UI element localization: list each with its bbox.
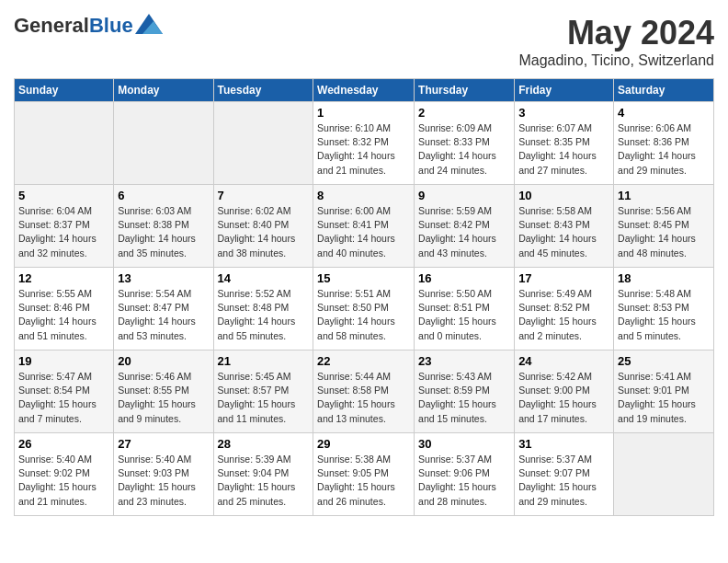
day-info: Sunrise: 5:48 AM Sunset: 8:53 PM Dayligh… <box>618 287 710 343</box>
day-info: Sunrise: 5:49 AM Sunset: 8:52 PM Dayligh… <box>518 287 609 343</box>
day-number: 18 <box>618 271 710 285</box>
calendar-cell <box>213 102 313 185</box>
calendar-header: SundayMondayTuesdayWednesdayThursdayFrid… <box>15 79 714 102</box>
calendar-cell: 28Sunrise: 5:39 AM Sunset: 9:04 PM Dayli… <box>213 433 313 516</box>
day-number: 20 <box>118 354 209 368</box>
day-info: Sunrise: 5:46 AM Sunset: 8:55 PM Dayligh… <box>118 370 209 426</box>
header-row: SundayMondayTuesdayWednesdayThursdayFrid… <box>15 79 714 102</box>
calendar-cell: 17Sunrise: 5:49 AM Sunset: 8:52 PM Dayli… <box>515 268 614 350</box>
title-block: May 2024 Magadino, Ticino, Switzerland <box>518 14 714 69</box>
calendar-cell: 31Sunrise: 5:37 AM Sunset: 9:07 PM Dayli… <box>515 433 614 516</box>
calendar-cell: 14Sunrise: 5:52 AM Sunset: 8:48 PM Dayli… <box>213 268 313 350</box>
day-number: 31 <box>518 437 609 451</box>
calendar-cell: 10Sunrise: 5:58 AM Sunset: 8:43 PM Dayli… <box>515 185 614 268</box>
day-number: 16 <box>418 271 510 285</box>
week-row-1: 5Sunrise: 6:04 AM Sunset: 8:37 PM Daylig… <box>15 185 714 268</box>
calendar-cell: 1Sunrise: 6:10 AM Sunset: 8:32 PM Daylig… <box>313 102 415 185</box>
day-info: Sunrise: 6:02 AM Sunset: 8:40 PM Dayligh… <box>218 204 310 260</box>
day-number: 27 <box>118 437 209 451</box>
day-number: 3 <box>518 106 609 120</box>
day-number: 23 <box>418 354 510 368</box>
day-number: 7 <box>218 189 310 202</box>
day-info: Sunrise: 5:55 AM Sunset: 8:46 PM Dayligh… <box>18 287 109 343</box>
day-number: 19 <box>18 354 109 368</box>
day-info: Sunrise: 5:37 AM Sunset: 9:06 PM Dayligh… <box>418 453 510 509</box>
day-number: 5 <box>18 189 109 202</box>
day-info: Sunrise: 5:38 AM Sunset: 9:05 PM Dayligh… <box>317 453 410 509</box>
header-cell-tuesday: Tuesday <box>213 79 313 102</box>
day-info: Sunrise: 5:59 AM Sunset: 8:42 PM Dayligh… <box>418 204 510 260</box>
calendar-cell: 25Sunrise: 5:41 AM Sunset: 9:01 PM Dayli… <box>614 350 714 433</box>
calendar-cell: 4Sunrise: 6:06 AM Sunset: 8:36 PM Daylig… <box>614 102 714 185</box>
calendar-cell: 18Sunrise: 5:48 AM Sunset: 8:53 PM Dayli… <box>614 268 714 350</box>
day-info: Sunrise: 5:37 AM Sunset: 9:07 PM Dayligh… <box>518 453 609 509</box>
day-info: Sunrise: 5:45 AM Sunset: 8:57 PM Dayligh… <box>218 370 310 426</box>
calendar-body: 1Sunrise: 6:10 AM Sunset: 8:32 PM Daylig… <box>15 102 714 516</box>
header-cell-wednesday: Wednesday <box>313 79 415 102</box>
calendar-cell: 27Sunrise: 5:40 AM Sunset: 9:03 PM Dayli… <box>114 433 213 516</box>
day-number: 15 <box>317 271 410 285</box>
day-number: 8 <box>317 189 410 202</box>
day-number: 29 <box>317 437 410 451</box>
calendar-cell: 3Sunrise: 6:07 AM Sunset: 8:35 PM Daylig… <box>515 102 614 185</box>
day-info: Sunrise: 6:04 AM Sunset: 8:37 PM Dayligh… <box>18 204 109 260</box>
day-info: Sunrise: 5:56 AM Sunset: 8:45 PM Dayligh… <box>618 204 710 260</box>
day-info: Sunrise: 6:06 AM Sunset: 8:36 PM Dayligh… <box>618 121 710 178</box>
calendar-cell: 15Sunrise: 5:51 AM Sunset: 8:50 PM Dayli… <box>313 268 415 350</box>
day-number: 13 <box>118 271 209 285</box>
header-cell-thursday: Thursday <box>415 79 515 102</box>
week-row-0: 1Sunrise: 6:10 AM Sunset: 8:32 PM Daylig… <box>15 102 714 185</box>
calendar-table: SundayMondayTuesdayWednesdayThursdayFrid… <box>14 78 714 516</box>
day-info: Sunrise: 6:10 AM Sunset: 8:32 PM Dayligh… <box>317 121 410 178</box>
day-number: 26 <box>18 437 109 451</box>
header-cell-friday: Friday <box>515 79 614 102</box>
header-cell-saturday: Saturday <box>614 79 714 102</box>
day-number: 2 <box>418 106 510 120</box>
page-header: GeneralBlue May 2024 Magadino, Ticino, S… <box>14 14 714 69</box>
day-number: 14 <box>218 271 310 285</box>
calendar-cell <box>15 102 114 185</box>
calendar-cell: 22Sunrise: 5:44 AM Sunset: 8:58 PM Dayli… <box>313 350 415 433</box>
logo-blue-text: Blue <box>89 14 133 37</box>
day-info: Sunrise: 5:54 AM Sunset: 8:47 PM Dayligh… <box>118 287 209 343</box>
calendar-cell: 16Sunrise: 5:50 AM Sunset: 8:51 PM Dayli… <box>415 268 515 350</box>
day-number: 24 <box>518 354 609 368</box>
calendar-cell: 8Sunrise: 6:00 AM Sunset: 8:41 PM Daylig… <box>313 185 415 268</box>
day-info: Sunrise: 5:41 AM Sunset: 9:01 PM Dayligh… <box>618 370 710 426</box>
day-number: 30 <box>418 437 510 451</box>
day-number: 28 <box>218 437 310 451</box>
day-info: Sunrise: 5:43 AM Sunset: 8:59 PM Dayligh… <box>418 370 510 426</box>
day-number: 1 <box>317 106 410 120</box>
calendar-cell: 19Sunrise: 5:47 AM Sunset: 8:54 PM Dayli… <box>15 350 114 433</box>
day-number: 10 <box>518 189 609 202</box>
day-number: 17 <box>518 271 609 285</box>
calendar-cell: 6Sunrise: 6:03 AM Sunset: 8:38 PM Daylig… <box>114 185 213 268</box>
calendar-cell: 9Sunrise: 5:59 AM Sunset: 8:42 PM Daylig… <box>415 185 515 268</box>
day-info: Sunrise: 5:50 AM Sunset: 8:51 PM Dayligh… <box>418 287 510 343</box>
day-info: Sunrise: 5:40 AM Sunset: 9:02 PM Dayligh… <box>18 453 109 509</box>
week-row-4: 26Sunrise: 5:40 AM Sunset: 9:02 PM Dayli… <box>15 433 714 516</box>
day-number: 25 <box>618 354 710 368</box>
day-info: Sunrise: 5:44 AM Sunset: 8:58 PM Dayligh… <box>317 370 410 426</box>
header-cell-sunday: Sunday <box>15 79 114 102</box>
day-info: Sunrise: 5:42 AM Sunset: 9:00 PM Dayligh… <box>518 370 609 426</box>
day-info: Sunrise: 5:51 AM Sunset: 8:50 PM Dayligh… <box>317 287 410 343</box>
day-number: 21 <box>218 354 310 368</box>
day-number: 11 <box>618 189 710 202</box>
calendar-cell: 26Sunrise: 5:40 AM Sunset: 9:02 PM Dayli… <box>15 433 114 516</box>
location-title: Magadino, Ticino, Switzerland <box>518 52 714 69</box>
logo-icon <box>135 14 163 34</box>
calendar-cell: 29Sunrise: 5:38 AM Sunset: 9:05 PM Dayli… <box>313 433 415 516</box>
calendar-cell: 12Sunrise: 5:55 AM Sunset: 8:46 PM Dayli… <box>15 268 114 350</box>
month-title: May 2024 <box>518 14 714 52</box>
day-info: Sunrise: 6:09 AM Sunset: 8:33 PM Dayligh… <box>418 121 510 178</box>
day-number: 4 <box>618 106 710 120</box>
calendar-cell: 5Sunrise: 6:04 AM Sunset: 8:37 PM Daylig… <box>15 185 114 268</box>
calendar-cell: 7Sunrise: 6:02 AM Sunset: 8:40 PM Daylig… <box>213 185 313 268</box>
calendar-cell <box>114 102 213 185</box>
calendar-cell: 24Sunrise: 5:42 AM Sunset: 9:00 PM Dayli… <box>515 350 614 433</box>
logo-general-text: General <box>14 14 89 37</box>
calendar-cell <box>614 433 714 516</box>
calendar-cell: 23Sunrise: 5:43 AM Sunset: 8:59 PM Dayli… <box>415 350 515 433</box>
day-number: 9 <box>418 189 510 202</box>
